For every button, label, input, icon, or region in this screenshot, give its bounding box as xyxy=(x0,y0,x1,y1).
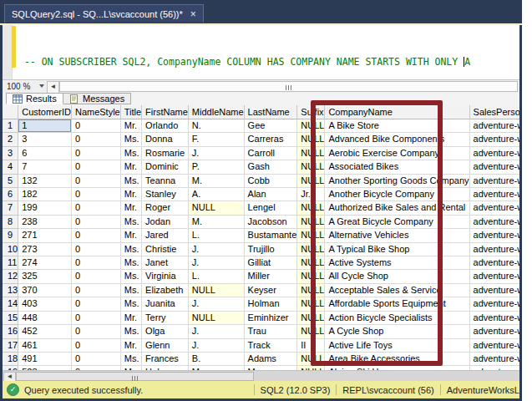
zoom-level-select[interactable]: 100 % xyxy=(3,80,42,93)
cell-middlename[interactable]: M. xyxy=(189,216,245,229)
cell-customerid[interactable]: 1 xyxy=(18,119,72,133)
cell-customerid[interactable]: 3 xyxy=(18,133,72,146)
cell-lastname[interactable]: Track xyxy=(245,339,298,353)
cell-companyname[interactable]: Associated Bikes xyxy=(325,160,469,174)
cell-middlename[interactable]: NULL xyxy=(189,201,245,215)
cell-companyname[interactable]: Active Life Toys xyxy=(325,339,469,353)
cell-middlename[interactable]: J. xyxy=(189,256,245,270)
cell-firstname[interactable]: Roger xyxy=(142,201,189,215)
document-tab[interactable]: SQLQuery2.sql - SQ...L\svcaccount (56))*… xyxy=(4,4,204,23)
cell-middlename[interactable]: J. xyxy=(189,243,245,256)
column-header-companyname[interactable]: CompanyName xyxy=(325,105,469,119)
cell-customerid[interactable]: 6 xyxy=(18,147,72,160)
cell-companyname[interactable]: A Great Bicycle Company xyxy=(325,216,469,229)
cell-salesperson[interactable]: adventure-works\pamela0 xyxy=(470,119,519,133)
cell-salesperson[interactable]: adventure-works\josé1 xyxy=(470,284,519,297)
cell-lastname[interactable]: Bustamante xyxy=(245,229,298,242)
cell-salesperson[interactable]: adventure-works\pamela0 xyxy=(470,201,519,215)
cell-lastname[interactable]: Alan xyxy=(245,188,298,201)
column-header-suffix[interactable]: Suffix xyxy=(297,105,325,119)
column-header-namestyle[interactable]: NameStyle xyxy=(72,105,121,119)
cell-middlename[interactable]: NULL xyxy=(189,312,245,325)
cell-salesperson[interactable]: adventure-works\david8 xyxy=(470,188,519,201)
cell-companyname[interactable]: Affordable Sports Equipment xyxy=(325,297,469,311)
cell-middlename[interactable]: N. xyxy=(189,119,245,133)
cell-lastname[interactable]: Carroll xyxy=(245,147,298,160)
cell-middlename[interactable]: L. xyxy=(189,229,245,242)
cell-lastname[interactable]: Carreras xyxy=(245,133,298,146)
cell-companyname[interactable]: Another Bicycle Company xyxy=(325,188,469,201)
cell-suffix[interactable]: NULL xyxy=(297,229,325,242)
grid-hscrollbar-thumb[interactable] xyxy=(16,372,254,381)
row-number[interactable]: 13 xyxy=(3,284,18,297)
cell-title[interactable]: Ms. xyxy=(121,325,142,338)
cell-customerid[interactable]: 182 xyxy=(18,188,72,201)
cell-title[interactable]: Mr. xyxy=(121,188,142,201)
row-number[interactable]: 11 xyxy=(3,256,18,270)
row-number[interactable]: 5 xyxy=(3,175,18,188)
cell-salesperson[interactable]: adventure-works\david8 xyxy=(470,325,519,338)
row-number[interactable]: 4 xyxy=(3,160,18,174)
cell-salesperson[interactable]: adventure-works\shu0 xyxy=(470,353,519,366)
cell-salesperson[interactable]: adventure-works\jillian0 xyxy=(470,256,519,270)
cell-middlename[interactable]: B. xyxy=(189,353,245,366)
column-header-firstname[interactable]: FirstName xyxy=(142,105,189,119)
cell-companyname[interactable]: A Bike Store xyxy=(325,119,469,133)
cell-suffix[interactable]: Jr. xyxy=(297,188,325,201)
cell-namestyle[interactable]: 0 xyxy=(72,147,121,160)
cell-namestyle[interactable]: 0 xyxy=(72,339,121,353)
cell-namestyle[interactable]: 0 xyxy=(72,160,121,174)
cell-title[interactable]: Ms. xyxy=(121,243,142,256)
cell-suffix[interactable]: NULL xyxy=(297,270,325,283)
cell-firstname[interactable]: Jared xyxy=(142,229,189,242)
cell-namestyle[interactable]: 0 xyxy=(72,229,121,242)
chevron-down-icon[interactable] xyxy=(39,84,44,88)
cell-salesperson[interactable]: adventure-works\josé1 xyxy=(470,339,519,353)
cell-salesperson[interactable]: adventure-works\jillian0 xyxy=(470,133,519,146)
cell-title[interactable]: Ms. xyxy=(121,270,142,283)
cell-namestyle[interactable]: 0 xyxy=(72,119,121,133)
cell-firstname[interactable]: Teanna xyxy=(142,175,189,188)
row-number[interactable]: 14 xyxy=(3,297,18,311)
sql-comment-line[interactable]: -- ON SUBSCRIBER SQL2, CompanyName COLUM… xyxy=(18,56,470,69)
cell-namestyle[interactable]: 0 xyxy=(72,243,121,256)
cell-customerid[interactable]: 461 xyxy=(18,339,72,353)
cell-lastname[interactable]: Cobb xyxy=(245,175,298,188)
cell-suffix[interactable]: NULL xyxy=(297,353,325,366)
cell-salesperson[interactable]: adventure-works\shu0 xyxy=(470,160,519,174)
cell-suffix[interactable]: NULL xyxy=(297,175,325,188)
cell-title[interactable]: Ms. xyxy=(121,133,142,146)
cell-suffix[interactable]: NULL xyxy=(297,325,325,338)
cell-firstname[interactable]: Glenn xyxy=(142,339,189,353)
row-number[interactable]: 6 xyxy=(3,188,18,201)
cell-middlename[interactable]: J. xyxy=(189,339,245,353)
cell-middlename[interactable]: J. xyxy=(189,147,245,160)
cell-title[interactable]: Mr. xyxy=(121,229,142,242)
cell-suffix[interactable]: II xyxy=(297,339,325,353)
column-header-customerid[interactable]: CustomerID xyxy=(18,105,72,119)
cell-customerid[interactable]: 491 xyxy=(18,353,72,366)
cell-companyname[interactable]: Area Bike Accessories xyxy=(325,353,469,366)
cell-lastname[interactable]: Keyser xyxy=(245,284,298,297)
cell-namestyle[interactable]: 0 xyxy=(72,297,121,311)
cell-salesperson[interactable]: adventure-works\jae0 xyxy=(470,312,519,325)
row-number[interactable]: 8 xyxy=(3,216,18,229)
cell-firstname[interactable]: Frances xyxy=(142,353,189,366)
cell-firstname[interactable]: Donna xyxy=(142,133,189,146)
cell-customerid[interactable]: 199 xyxy=(18,201,72,215)
row-number[interactable]: 2 xyxy=(3,133,18,146)
cell-namestyle[interactable]: 0 xyxy=(72,284,121,297)
cell-middlename[interactable]: M. xyxy=(189,175,245,188)
cell-companyname[interactable]: Advanced Bike Components xyxy=(325,133,469,146)
cell-middlename[interactable]: L. xyxy=(189,270,245,283)
cell-customerid[interactable]: 238 xyxy=(18,216,72,229)
cell-title[interactable]: Mr. xyxy=(121,312,142,325)
cell-namestyle[interactable]: 0 xyxy=(72,133,121,146)
cell-salesperson[interactable]: adventure-works\linda3 xyxy=(470,175,519,188)
results-grid[interactable]: CustomerIDNameStyleTitleFirstNameMiddleN… xyxy=(3,105,519,370)
cell-suffix[interactable]: NULL xyxy=(297,312,325,325)
cell-lastname[interactable]: Lengel xyxy=(245,201,298,215)
row-number[interactable]: 7 xyxy=(3,201,18,215)
cell-namestyle[interactable]: 0 xyxy=(72,353,121,366)
editor-hscrollbar-thumb[interactable] xyxy=(59,81,518,92)
